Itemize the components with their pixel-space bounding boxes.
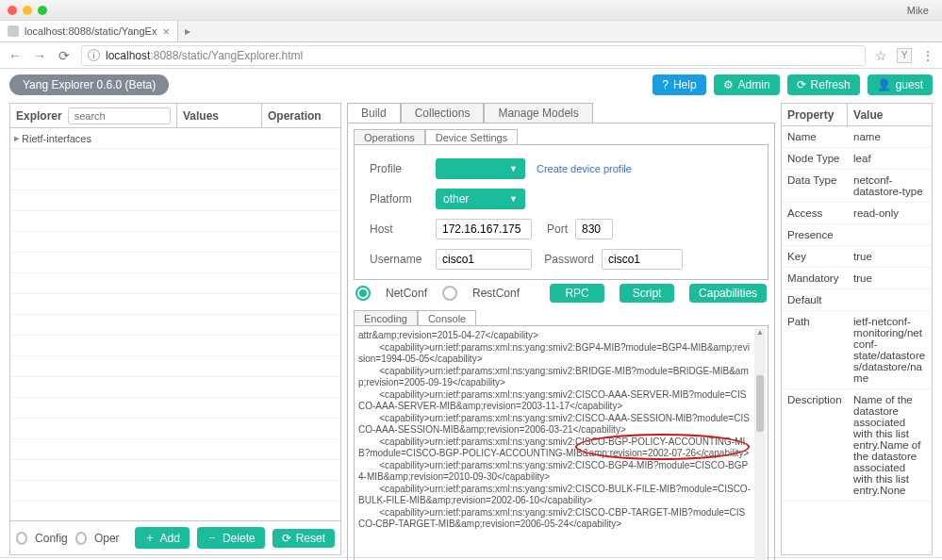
admin-button[interactable]: ⚙Admin	[714, 74, 780, 95]
property-value	[848, 224, 932, 245]
scrollbar[interactable]: ▲▼	[754, 328, 766, 560]
property-row: DescriptionName of the datastore associa…	[782, 389, 932, 502]
property-key: Mandatory	[782, 268, 848, 288]
oper-radio[interactable]	[75, 532, 87, 545]
help-icon: ?	[662, 78, 669, 91]
rpc-button[interactable]: RPC	[550, 284, 604, 303]
property-value: ietf-netconf-monitoring/netconf-state/da…	[848, 311, 932, 388]
tree-body[interactable]: ▸Rietf-interfaces	[10, 128, 340, 520]
property-row: Mandatorytrue	[782, 268, 932, 289]
property-value	[848, 289, 932, 310]
config-radio[interactable]	[16, 532, 27, 545]
app-title: Yang Explorer 0.6.0 (Beta)	[9, 74, 169, 95]
tab-title: localhost:8088/static/YangEx	[25, 25, 157, 37]
browser-tab[interactable]: localhost:8088/static/YangEx ×	[0, 21, 178, 41]
port-input[interactable]	[575, 219, 613, 239]
refresh-button[interactable]: ⟳Refresh	[787, 74, 860, 95]
tab-console[interactable]: Console	[418, 310, 476, 326]
user-icon: 👤	[877, 78, 891, 91]
property-key: Key	[782, 246, 848, 267]
main-content: Explorer Values Operation ▸Rietf-interfa…	[0, 97, 942, 557]
help-button[interactable]: ?Help	[653, 74, 705, 95]
platform-select[interactable]: other▼	[436, 189, 525, 209]
explorer-footer: Config Oper ＋Add －Delete ⟳Reset	[10, 520, 340, 554]
site-info-icon[interactable]: i	[88, 49, 100, 61]
expand-icon[interactable]: ▸	[14, 132, 20, 144]
oper-label: Oper	[94, 532, 120, 545]
explorer-heading: Explorer	[16, 109, 62, 123]
guest-button[interactable]: 👤guest	[868, 74, 933, 95]
property-row: Pathietf-netconf-monitoring/netconf-stat…	[782, 311, 932, 389]
restconf-label: RestConf	[472, 287, 520, 300]
host-label: Host	[370, 222, 428, 236]
search-input[interactable]	[68, 107, 171, 124]
address-path: /static/YangExplorer.html	[178, 49, 303, 62]
property-key: Path	[782, 311, 848, 388]
property-key: Name	[782, 126, 848, 147]
explorer-panel: Explorer Values Operation ▸Rietf-interfa…	[9, 103, 341, 555]
property-row: Node Typeleaf	[782, 148, 932, 170]
reset-icon: ⟳	[282, 532, 291, 545]
platform-label: Platform	[370, 192, 428, 206]
reset-button[interactable]: ⟳Reset	[273, 529, 335, 548]
scroll-up-icon[interactable]: ▲	[756, 328, 764, 338]
netconf-radio[interactable]	[355, 286, 371, 301]
create-profile-link[interactable]: Create device profile	[537, 163, 632, 174]
property-key: Description	[782, 389, 848, 501]
username-input[interactable]	[436, 249, 532, 270]
property-header: Property Value	[782, 104, 932, 126]
plus-icon: ＋	[144, 530, 156, 546]
address-bar[interactable]: i localhost:8088/static/YangExplorer.htm…	[81, 45, 866, 66]
chevron-down-icon: ▼	[509, 164, 518, 173]
page-icon	[8, 25, 19, 37]
tab-collections[interactable]: Collections	[401, 103, 485, 123]
reload-icon[interactable]: ⟳	[57, 48, 72, 63]
property-value: read-only	[848, 203, 932, 223]
minimize-window-icon[interactable]	[23, 6, 32, 15]
chevron-down-icon: ▼	[509, 194, 518, 204]
property-row: Accessread-only	[782, 203, 932, 224]
close-window-icon[interactable]	[8, 6, 17, 15]
property-value: true	[848, 268, 932, 288]
window-title-bar: Mike	[0, 0, 942, 21]
netconf-label: NetConf	[386, 287, 427, 300]
subtab-operations[interactable]: Operations	[354, 129, 425, 145]
refresh-icon: ⟳	[797, 78, 806, 91]
forward-icon[interactable]: →	[32, 48, 47, 63]
host-input[interactable]	[436, 219, 532, 239]
device-settings: Profile ▼ Create device profile Platform…	[354, 144, 768, 280]
subtab-device-settings[interactable]: Device Settings	[425, 129, 518, 145]
extension-icon[interactable]: Y	[897, 48, 912, 63]
property-row: Namename	[782, 126, 932, 148]
new-tab-button[interactable]: ▸	[178, 21, 197, 41]
profile-select[interactable]: ▼	[436, 158, 525, 179]
bookmark-icon[interactable]: ☆	[875, 48, 887, 63]
tab-manage-models[interactable]: Manage Models	[484, 103, 592, 123]
tab-encoding[interactable]: Encoding	[354, 310, 418, 326]
password-input[interactable]	[602, 249, 683, 270]
console-output[interactable]: attr&amp;revision=2015-04-27</capability…	[354, 325, 768, 560]
capabilities-button[interactable]: Capabilities	[689, 284, 767, 303]
close-tab-icon[interactable]: ×	[162, 25, 170, 39]
mid-tabs: Build Collections Manage Models	[347, 103, 775, 123]
property-row: Default	[782, 289, 932, 311]
config-label: Config	[35, 532, 68, 545]
address-port: :8088	[150, 49, 178, 62]
username-label: Username	[370, 253, 428, 266]
tab-build[interactable]: Build	[347, 103, 401, 123]
scroll-thumb[interactable]	[756, 375, 764, 432]
restconf-radio[interactable]	[442, 286, 457, 301]
menu-icon[interactable]: ⋮	[921, 48, 934, 63]
maximize-window-icon[interactable]	[38, 6, 47, 15]
value-heading: Value	[848, 104, 932, 125]
add-button[interactable]: ＋Add	[135, 527, 190, 549]
back-icon[interactable]: ←	[8, 48, 23, 63]
property-value: Name of the datastore associated with th…	[848, 389, 932, 501]
delete-button[interactable]: －Delete	[197, 527, 265, 549]
browser-tab-strip: localhost:8088/static/YangEx × ▸	[0, 21, 942, 42]
tree-node-label: Rietf-interfaces	[22, 133, 91, 144]
tree-row[interactable]: ▸Rietf-interfaces	[10, 128, 340, 149]
script-button[interactable]: Script	[620, 284, 674, 303]
operation-heading: Operation	[262, 104, 340, 127]
console-text: attr&amp;revision=2015-04-27</capability…	[358, 330, 751, 529]
